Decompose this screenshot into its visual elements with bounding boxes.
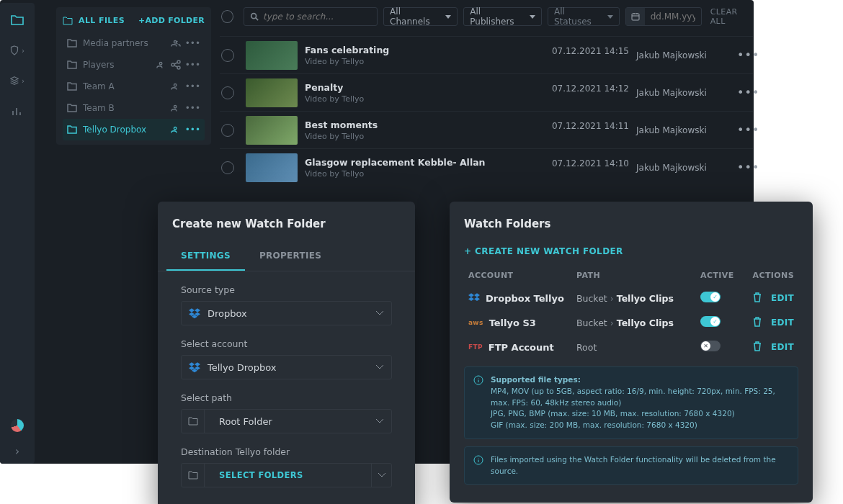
folder-item[interactable]: Players ••• [63,54,205,76]
active-toggle[interactable] [700,341,721,351]
dropbox-icon [189,361,200,373]
media-title: Fans celebrating [305,45,545,55]
add-folder-button[interactable]: +ADD FOLDER [138,16,205,25]
statuses-select[interactable]: All Statuses [548,7,620,26]
account-select[interactable]: Tellyo Dropbox [181,355,392,379]
search-box[interactable] [244,7,378,26]
modal-title: Watch Folders [450,202,813,236]
date-input[interactable] [645,8,701,25]
dropbox-icon [468,292,480,304]
media-user: Jakub Majkowski [636,88,730,98]
folder-item[interactable]: Tellyo Dropbox ••• [63,119,205,140]
more-icon[interactable]: ••• [185,81,200,91]
media-title: Best moments [305,120,545,130]
share-icon [171,60,181,70]
supported-types-tip: Supported file types:MP4, MOV (up to 5GB… [464,366,798,439]
media-user: Jakub Majkowski [636,50,730,60]
row-actions-icon[interactable]: ••• [737,123,753,137]
edit-button[interactable]: EDIT [771,293,794,303]
tab-settings[interactable]: SETTINGS [166,242,245,271]
create-watch-folder-button[interactable]: + CREATE NEW WATCH FOLDER [450,236,813,265]
info-icon [473,375,483,385]
destination-select[interactable]: SELECT FOLDERS [181,463,392,487]
delete-icon[interactable] [752,341,762,354]
destination-label: Destination Tellyo folder [181,446,392,457]
dropbox-icon [189,307,200,319]
folder-item[interactable]: Team B ••• [63,97,205,119]
thumbnail [246,41,298,70]
clear-all-button[interactable]: CLEAR ALL [710,7,753,26]
edit-button[interactable]: EDIT [771,342,794,352]
delete-icon[interactable] [752,316,762,329]
col-active: ACTIVE [700,271,751,280]
tab-properties[interactable]: PROPERTIES [245,242,336,271]
active-toggle[interactable] [700,292,721,302]
svg-point-3 [251,14,257,19]
channels-select[interactable]: All Channels [383,7,458,26]
media-date: 07.12.2021 14:10 [552,158,629,177]
nav-files-icon[interactable] [10,13,24,27]
row-checkbox[interactable] [221,124,234,137]
more-icon[interactable]: ••• [185,125,200,135]
col-account: ACCOUNT [468,271,576,280]
chevron-down-icon [375,310,384,316]
media-row[interactable]: PenaltyVideo by Tellyo 07.12.2021 14:12 … [220,73,753,111]
active-toggle[interactable] [700,316,721,327]
side-nav: › › › [0,3,35,464]
media-subtitle: Video by Tellyo [305,169,545,179]
row-checkbox[interactable] [221,49,234,62]
more-icon[interactable]: ••• [185,60,200,70]
folder-item[interactable]: Team A ••• [63,76,205,97]
path-select[interactable]: Root Folder [181,409,392,433]
edit-button[interactable]: EDIT [771,318,794,328]
nav-chart-icon[interactable] [10,104,24,118]
all-files-link[interactable]: ALL FILES [63,16,125,25]
create-watch-folder-modal: Create new Watch Folder SETTINGS PROPERT… [158,202,415,504]
media-row[interactable]: Fans celebratingVideo by Tellyo 07.12.20… [220,36,753,73]
media-row[interactable]: Glasgow replacement Kebble- AllanVideo b… [220,148,753,186]
deletion-warning-tip: Files imported using the Watch Folder fu… [464,446,798,485]
more-icon[interactable]: ••• [185,38,200,48]
watch-folder-row: FTPFTP Account Root EDIT [464,335,798,359]
col-path: PATH [576,271,700,280]
delete-icon[interactable] [752,292,762,305]
thumbnail [246,116,298,145]
row-actions-icon[interactable]: ••• [737,48,753,62]
search-input[interactable] [263,12,371,22]
select-all-checkbox[interactable] [221,10,233,23]
media-subtitle: Video by Tellyo [305,57,545,66]
nav-expand-icon[interactable]: › [10,444,24,458]
media-user: Jakub Majkowski [636,163,730,173]
svg-point-0 [177,60,180,63]
thumbnail [246,78,298,107]
watch-folder-row: Dropbox Tellyo Bucket›Tellyo Clips EDIT [464,286,798,310]
account-name: Tellyo S3 [489,318,536,328]
more-icon[interactable]: ••• [185,103,200,113]
nav-layers-icon[interactable]: › [10,73,24,88]
nav-shield-icon[interactable]: › [10,43,24,58]
media-row[interactable]: Best momentsVideo by Tellyo 07.12.2021 1… [220,111,753,148]
row-actions-icon[interactable]: ••• [737,161,753,174]
media-date: 07.12.2021 14:12 [552,84,629,102]
svg-point-2 [177,66,180,69]
col-actions: ACTIONS [751,271,794,280]
account-label: Select account [181,338,392,349]
source-type-select[interactable]: Dropbox [181,301,392,325]
media-subtitle: Video by Tellyo [305,94,545,104]
path-label: Select path [181,392,392,403]
row-actions-icon[interactable]: ••• [737,86,753,99]
folder-icon [188,417,198,426]
svg-point-1 [171,63,174,66]
date-filter[interactable] [625,7,702,26]
watch-folders-modal: Watch Folders + CREATE NEW WATCH FOLDER … [450,202,813,503]
thumbnail [246,153,298,182]
filter-toolbar: All Channels All Publishers All Statuses… [220,7,753,26]
media-date: 07.12.2021 14:11 [552,121,629,140]
nav-storage-icon[interactable] [11,419,24,432]
ftp-icon: FTP [468,343,483,351]
folder-item[interactable]: Media partners ••• [63,32,205,54]
publishers-select[interactable]: All Publishers [463,7,542,26]
source-type-label: Source type [181,284,392,295]
row-checkbox[interactable] [221,161,234,174]
row-checkbox[interactable] [221,86,234,99]
